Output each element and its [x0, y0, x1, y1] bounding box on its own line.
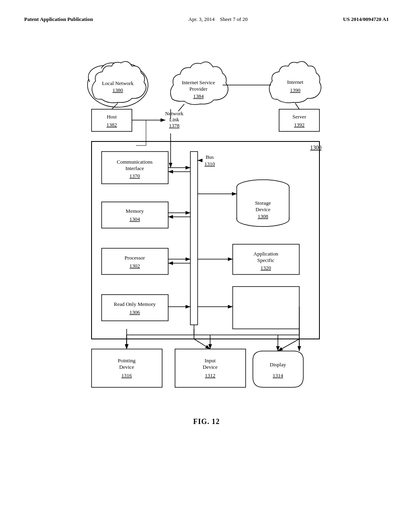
app-specific-box: Application Specific 1320 [233, 244, 299, 274]
isp-number: 1384 [193, 93, 204, 99]
header-right: US 2014/0094720 A1 [343, 16, 389, 23]
internet-number: 1390 [290, 87, 300, 93]
system-number: 1300 [310, 145, 321, 151]
internet-cloud: Internet 1390 [269, 61, 321, 103]
diagram-svg: Local Network 1380 Internet Service Prov… [65, 47, 348, 409]
comm-number: 1370 [129, 173, 140, 179]
svg-rect-8 [92, 109, 132, 131]
network-link-number: 1378 [169, 123, 179, 129]
processor-label: Processor [125, 255, 145, 261]
right-lower-box [233, 287, 299, 329]
svg-rect-15 [102, 248, 168, 274]
pointing-number: 1316 [121, 372, 132, 378]
comm-label-2: Interface [125, 165, 144, 171]
figure-caption: FIG. 12 [24, 418, 389, 426]
header-left: Patent Application Publication [24, 16, 93, 23]
comm-label-1: Communications [117, 159, 153, 165]
patent-page: Patent Application Publication Apr. 3, 2… [0, 0, 413, 532]
svg-rect-24 [233, 287, 299, 329]
input-number: 1312 [205, 372, 215, 378]
memory-label: Memory [126, 208, 144, 214]
isp-label-2: Provider [190, 86, 208, 92]
svg-line-48 [278, 339, 299, 351]
input-device-box: Input Device 1312 [175, 349, 246, 387]
storage-label-2: Device [256, 206, 271, 212]
memory-box: Memory 1304 [102, 202, 168, 228]
comm-interface-box: Communications Interface 1370 [102, 152, 168, 184]
svg-rect-9 [279, 109, 319, 131]
pointing-device-box: Pointing Device 1316 [92, 349, 162, 387]
isp-cloud: Internet Service Provider 1384 [171, 62, 228, 105]
svg-rect-16 [102, 295, 168, 321]
pointing-label-2: Device [119, 364, 134, 370]
display-number: 1314 [273, 372, 284, 378]
server-label: Server [292, 114, 307, 120]
local-network-number: 1380 [113, 87, 123, 93]
storage-device: Storage Device 1308 [237, 180, 289, 227]
memory-number: 1304 [129, 216, 140, 222]
network-link-text-1: Network [165, 110, 184, 116]
internet-label: Internet [287, 79, 304, 85]
svg-line-33 [295, 103, 299, 109]
host-label: Host [107, 114, 117, 120]
app-label-1: Application [253, 251, 278, 257]
network-link-label: Network Link 1378 [165, 110, 184, 129]
input-label-1: Input [204, 357, 216, 364]
bus-label: Bus [206, 154, 214, 160]
svg-line-47 [194, 339, 210, 349]
server-box: Server 1392 [279, 109, 319, 131]
host-box: Host 1382 [92, 109, 132, 131]
processor-box: Processor 1302 [102, 248, 168, 274]
pointing-label-1: Pointing [118, 357, 136, 364]
display-label: Display [270, 362, 286, 368]
svg-rect-11 [190, 152, 198, 325]
header-date: Apr. 3, 2014 [188, 16, 215, 22]
bus-number: 1310 [204, 161, 215, 167]
rom-box: Read Only Memory 1306 [102, 295, 168, 321]
app-number: 1320 [261, 265, 271, 271]
local-network-label: Local Network [102, 80, 134, 86]
display-box: Display 1314 [253, 351, 303, 387]
svg-rect-14 [102, 202, 168, 228]
host-number: 1382 [106, 122, 117, 128]
server-number: 1392 [294, 122, 305, 128]
processor-number: 1302 [129, 263, 140, 269]
rom-number: 1306 [129, 309, 140, 315]
isp-label-1: Internet Service [182, 79, 215, 85]
page-header: Patent Application Publication Apr. 3, 2… [24, 16, 389, 23]
local-network-cloud: Local Network 1380 [88, 61, 148, 107]
app-label-2: Specific [257, 257, 275, 263]
storage-label-1: Storage [255, 200, 271, 206]
storage-number: 1308 [258, 213, 268, 219]
rom-label: Read Only Memory [114, 301, 156, 307]
input-label-2: Device [203, 364, 218, 370]
header-sheet: Sheet 7 of 20 [220, 16, 248, 22]
header-center: Apr. 3, 2014 Sheet 7 of 20 [188, 16, 248, 23]
